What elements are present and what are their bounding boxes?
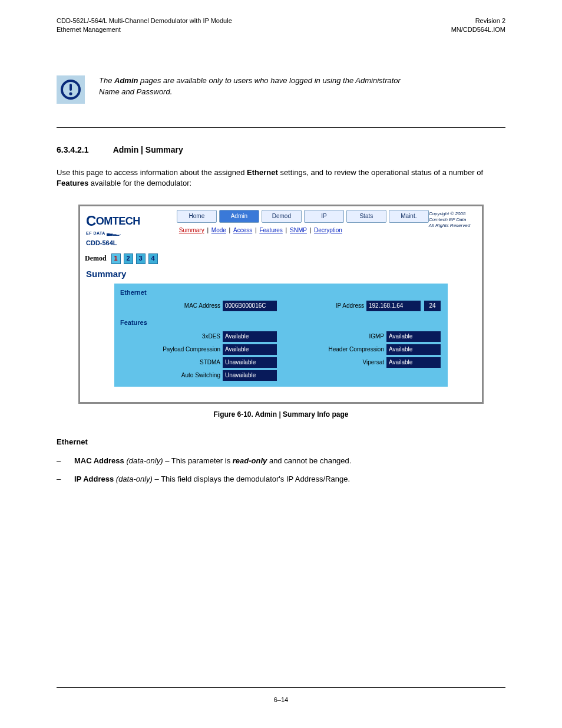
important-text: The Admin pages are available only to us… <box>99 75 505 98</box>
tab-admin[interactable]: Admin <box>219 210 259 223</box>
tab-maint[interactable]: Maint. <box>389 210 429 223</box>
feature-igmp: IGMP Available <box>285 331 441 342</box>
mac-address-value: 0006B000016C <box>223 301 277 311</box>
copyright-text: Copyright © 2005 Comtech EF Data All Rig… <box>429 210 478 229</box>
divider <box>57 127 505 128</box>
header-left-line2: Ethernet Management <box>57 25 232 34</box>
header-right-line2: MN/CDD564L.IOM <box>451 25 505 34</box>
subnav-access[interactable]: Access <box>233 227 252 233</box>
section-description: Use this page to access information abou… <box>57 167 505 189</box>
features-section-title: Features <box>118 312 444 330</box>
subnav-decryption[interactable]: Decryption <box>314 227 342 233</box>
page-number: 6–14 <box>274 696 288 703</box>
feature-header-compression: Header Compression Available <box>285 344 441 355</box>
tab-ip[interactable]: IP <box>304 210 344 223</box>
demod-badge-4[interactable]: 4 <box>148 253 158 263</box>
feature-payload-compression: Payload Compression Available <box>121 344 277 355</box>
tab-demod[interactable]: Demod <box>262 210 302 223</box>
subnav-features[interactable]: Features <box>259 227 282 233</box>
summary-heading: Summary <box>80 264 482 284</box>
ip-address-field: IP Address 192.168.1.64 24 <box>285 301 441 311</box>
page-running-header: CDD-562L/-564/L Multi-Channel Demodulato… <box>0 0 562 34</box>
footer-rule <box>57 687 505 688</box>
ethernet-section-title: Ethernet <box>118 286 444 299</box>
header-right-line1: Revision 2 <box>451 17 505 25</box>
notice-admin-word: Admin <box>114 76 140 85</box>
brand-logo: COMTECH EF DATA ▄▃▂▁. CDD-564L <box>84 210 172 251</box>
sub-nav: Summary | Mode | Access | Features | SNM… <box>172 223 429 235</box>
header-left-line1: CDD-562L/-564/L Multi-Channel Demodulato… <box>57 17 232 25</box>
demod-selector: Demod 1 2 3 4 <box>80 250 482 263</box>
ip-address-value: 192.168.1.64 <box>366 301 421 311</box>
notice-line2: Name and Password. <box>99 87 172 96</box>
figure-caption: Figure 6-10. Admin | Summary Info page <box>57 410 505 420</box>
tab-home[interactable]: Home <box>177 210 217 223</box>
feature-auto-switching: Auto Switching Unavailable <box>121 370 277 381</box>
main-tabs: Home Admin Demod IP Stats Maint. <box>172 210 429 223</box>
subnav-summary[interactable]: Summary <box>179 227 204 233</box>
ethernet-description-heading: Ethernet <box>57 437 505 447</box>
page-footer: 6–14 <box>0 696 562 703</box>
feature-vipersat: Vipersat Available <box>285 357 441 368</box>
model-label: CDD-564L <box>86 239 170 248</box>
mac-address-field: MAC Address 0006B000016C <box>121 301 277 311</box>
section-number: 6.3.4.2.1 <box>57 144 111 156</box>
subnav-snmp[interactable]: SNMP <box>290 227 307 233</box>
feature-3xdes: 3xDES Available <box>121 331 277 342</box>
svg-rect-1 <box>70 84 72 91</box>
section-title: Admin | Summary <box>113 145 183 154</box>
ip-mask-value: 24 <box>424 301 441 311</box>
demod-badge-2[interactable]: 2 <box>124 253 133 263</box>
mac-address-description: – MAC Address (data-only) – This paramet… <box>57 455 505 467</box>
notice-prefix: The <box>99 76 114 85</box>
ip-address-description: – IP Address (data-only) – This field di… <box>57 473 505 485</box>
summary-panel: Ethernet MAC Address 0006B000016C IP Add… <box>114 284 448 387</box>
subnav-mode[interactable]: Mode <box>211 227 226 233</box>
embedded-screenshot: COMTECH EF DATA ▄▃▂▁. CDD-564L Home Admi… <box>78 205 484 404</box>
feature-stdma: STDMA Unavailable <box>121 357 277 368</box>
notice-rest: pages are available only to users who ha… <box>140 76 401 85</box>
important-notice: The Admin pages are available only to us… <box>57 75 505 104</box>
tab-stats[interactable]: Stats <box>346 210 386 223</box>
demod-badge-3[interactable]: 3 <box>136 253 146 263</box>
demod-badge-1[interactable]: 1 <box>111 253 121 263</box>
important-icon <box>57 75 85 104</box>
svg-point-2 <box>69 92 72 95</box>
